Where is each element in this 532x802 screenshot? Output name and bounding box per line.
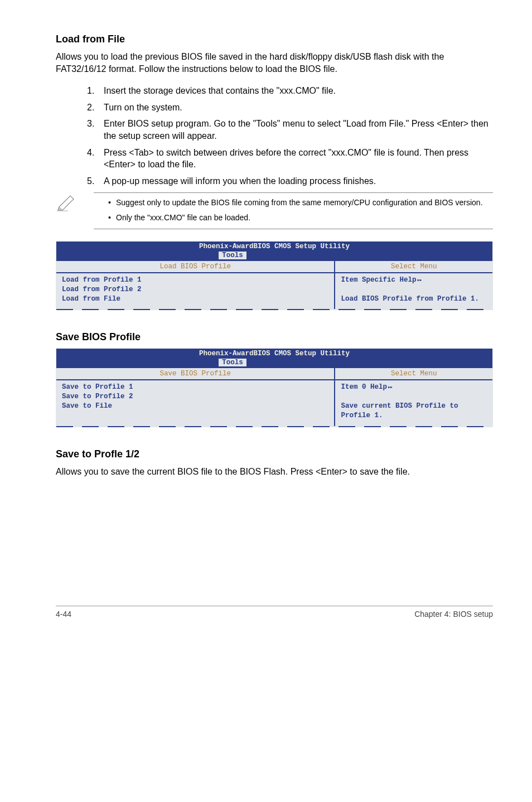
help-line: Item 0 Help [341,383,392,391]
help-description: Save current BIOS Profile to Profile 1. [341,402,458,419]
page-number: 4-44 [56,610,71,619]
heading-save-to-profile: Save to Profle 1/2 [56,448,493,460]
bios-tab-row: Tools [56,252,492,260]
bios-tab-tools: Tools [217,359,248,366]
help-line: Item Specific Help [341,276,421,284]
bios-menu-item: Save to Profile 1 [62,383,328,392]
note-item: Suggest only to update the BIOS file com… [108,197,491,208]
bios-screen-save: Phoenix-AwardBIOS CMOS Setup Utility Too… [56,349,493,427]
step-item: A pop-up message will inform you when th… [87,175,493,187]
bios-main-heading: Load BIOS Profile [56,261,334,273]
heading-save-bios-profile: Save BIOS Profile [56,331,493,343]
note-content: Suggest only to update the BIOS file com… [94,192,493,229]
bios-tab-tools: Tools [217,252,248,259]
page-footer: 4-44 Chapter 4: BIOS setup [56,606,493,619]
bios-main-body: Save to Profile 1 Save to Profile 2 Save… [56,380,334,417]
bios-side-heading: Select Menu [335,368,492,380]
bios-side-heading: Select Menu [335,261,492,273]
bios-side-body: Item 0 Help Save current BIOS Profile to… [335,380,492,426]
steps-list: Insert the storage devices that contains… [56,85,493,187]
note-item: Only the "xxx.CMO" file can be loaded. [108,212,491,223]
bios-screen-load: Phoenix-AwardBIOS CMOS Setup Utility Too… [56,241,493,310]
note-block: Suggest only to update the BIOS file com… [56,192,493,229]
bios-menu-item: Save to Profile 2 [62,392,328,402]
step-item: Insert the storage devices that contains… [87,85,493,97]
bios-menu-item: Save to File [62,402,328,411]
bios-menu-item: Load from Profile 1 [62,276,328,285]
pencil-icon [56,192,78,210]
bios-title: Phoenix-AwardBIOS CMOS Setup Utility [56,241,492,252]
bios-title: Phoenix-AwardBIOS CMOS Setup Utility [56,349,492,359]
bios-main-body: Load from Profile 1 Load from Profile 2 … [56,273,334,310]
step-item: Enter BIOS setup program. Go to the "Too… [87,118,493,142]
bios-main-heading: Save BIOS Profile [56,368,334,380]
step-item: Turn on the system. [87,102,493,114]
help-description: Load BIOS Profile from Profile 1. [341,295,479,303]
heading-load-from-file: Load from File [56,33,493,45]
intro-text: Allows you to load the previous BIOS fil… [56,51,493,75]
chapter-label: Chapter 4: BIOS setup [414,610,493,619]
bios-tab-row: Tools [56,359,492,367]
step-item: Press <Tab> to switch between drives bef… [87,147,493,171]
bios-menu-item: Load from Profile 2 [62,285,328,294]
bios-side-body: Item Specific Help Load BIOS Profile fro… [335,273,492,310]
save-profile-text: Allows you to save the current BIOS file… [56,466,493,478]
bios-menu-item: Load from File [62,294,328,304]
